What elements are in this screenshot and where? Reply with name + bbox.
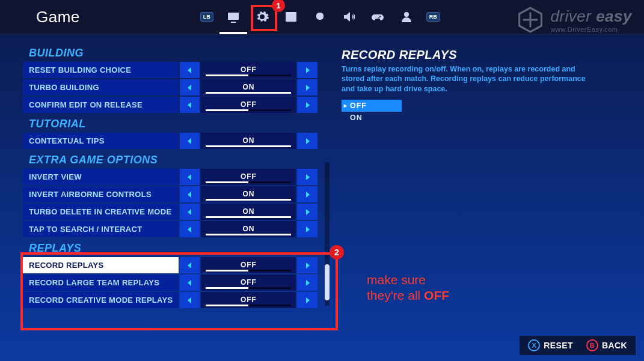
detail-options: OFFON <box>342 100 402 124</box>
setting-row[interactable]: RECORD CREATIVE MODE REPLAYSOFF <box>23 292 317 308</box>
settings-list: BUILDINGRESET BUILDING CHOICEOFFTURBO BU… <box>23 42 317 361</box>
detail-panel: RECORD REPLAYS Turns replay recording on… <box>317 42 644 361</box>
b-button-icon: B <box>586 339 598 351</box>
arrow-left-button[interactable] <box>180 257 200 273</box>
tab-icons: LB RB <box>200 8 440 26</box>
svg-marker-15 <box>188 209 191 215</box>
arrow-left-button[interactable] <box>180 186 200 202</box>
arrow-left-button[interactable] <box>180 79 200 96</box>
arrow-right-button[interactable] <box>297 186 317 202</box>
arrow-right-button[interactable] <box>297 204 317 220</box>
arrow-right-button[interactable] <box>297 169 317 185</box>
back-button[interactable]: B BACK <box>586 339 627 351</box>
detail-title: RECORD REPLAYS <box>342 48 626 62</box>
setting-value: ON <box>201 186 296 202</box>
setting-row[interactable]: CONTEXTUAL TIPSON <box>23 133 317 149</box>
arrow-right-button[interactable] <box>297 257 317 273</box>
setting-value: OFF <box>201 292 296 308</box>
setting-row[interactable]: INVERT VIEWOFF <box>23 169 317 185</box>
setting-value: OFF <box>201 62 296 78</box>
arrow-left-button[interactable] <box>180 133 200 149</box>
arrow-right-button[interactable] <box>297 275 317 291</box>
rb-bumper: RB <box>426 12 440 22</box>
brand-watermark: driver easy www.DriverEasy.com <box>517 6 632 34</box>
setting-row[interactable]: TURBO DELETE IN CREATIVE MODEON <box>23 204 317 220</box>
setting-label: CONFIRM EDIT ON RELEASE <box>23 97 179 113</box>
svg-marker-4 <box>306 67 310 73</box>
setting-label: TURBO DELETE IN CREATIVE MODE <box>23 204 179 220</box>
svg-marker-16 <box>306 209 310 215</box>
svg-marker-3 <box>188 67 191 73</box>
svg-marker-14 <box>306 192 310 198</box>
footer-prompts: X RESET B BACK <box>520 336 636 355</box>
arrow-left-button[interactable] <box>180 97 200 113</box>
svg-marker-7 <box>188 102 191 108</box>
setting-value: OFF <box>201 257 296 273</box>
arrow-left-button[interactable] <box>180 169 200 185</box>
svg-marker-8 <box>306 102 310 108</box>
svg-marker-17 <box>188 226 191 232</box>
section-header: EXTRA GAME OPTIONS <box>29 154 317 166</box>
svg-marker-23 <box>188 297 191 303</box>
setting-row[interactable]: TAP TO SEARCH / INTERACTON <box>23 221 317 237</box>
section-header: TUTORIAL <box>29 118 317 130</box>
svg-marker-5 <box>188 85 191 91</box>
svg-marker-22 <box>306 280 310 286</box>
setting-value: ON <box>201 133 296 149</box>
tab-account-icon[interactable] <box>397 8 416 26</box>
svg-marker-6 <box>306 85 310 91</box>
setting-row[interactable]: CONFIRM EDIT ON RELEASEOFF <box>23 97 317 113</box>
tab-gamewrench-icon[interactable] <box>311 8 329 26</box>
reset-button[interactable]: X RESET <box>528 339 573 351</box>
setting-row[interactable]: TURBO BUILDINGON <box>23 79 317 96</box>
brand-url: www.DriverEasy.com <box>550 26 632 33</box>
page-title: Game <box>36 8 80 26</box>
detail-description: Turns replay recording on/off. When on, … <box>342 64 594 94</box>
svg-marker-21 <box>188 280 191 286</box>
svg-marker-12 <box>306 174 310 180</box>
section-header: REPLAYS <box>29 242 317 255</box>
setting-row[interactable]: RECORD LARGE TEAM REPLAYSOFF <box>23 275 317 291</box>
setting-value: ON <box>201 221 296 237</box>
setting-label: TURBO BUILDING <box>23 79 179 96</box>
annotation-hint: make sure they're all OFF <box>367 272 449 304</box>
tab-controller-icon[interactable] <box>369 8 387 26</box>
svg-marker-18 <box>306 226 310 232</box>
setting-label: RECORD CREATIVE MODE REPLAYS <box>23 292 179 308</box>
setting-label: RECORD REPLAYS <box>23 257 179 273</box>
svg-marker-20 <box>306 262 310 268</box>
setting-label: TAP TO SEARCH / INTERACT <box>23 221 179 237</box>
arrow-left-button[interactable] <box>180 221 200 237</box>
tab-audio-icon[interactable] <box>340 8 358 26</box>
svg-marker-19 <box>188 262 191 268</box>
setting-row[interactable]: RECORD REPLAYSOFF <box>23 257 317 273</box>
arrow-right-button[interactable] <box>297 221 317 237</box>
tab-video-icon[interactable] <box>224 8 242 26</box>
setting-label: RECORD LARGE TEAM REPLAYS <box>23 275 179 291</box>
arrow-right-button[interactable] <box>297 62 317 78</box>
setting-value: OFF <box>201 169 296 185</box>
arrow-right-button[interactable] <box>297 292 317 308</box>
arrow-left-button[interactable] <box>180 275 200 291</box>
arrow-left-button[interactable] <box>180 292 200 308</box>
arrow-right-button[interactable] <box>297 97 317 113</box>
arrow-left-button[interactable] <box>180 204 200 220</box>
setting-label: CONTEXTUAL TIPS <box>23 133 179 149</box>
detail-option[interactable]: ON <box>342 112 402 124</box>
setting-value: ON <box>201 79 296 96</box>
brand-name: driver easy <box>550 7 632 26</box>
section-header: BUILDING <box>29 47 317 59</box>
setting-value: OFF <box>201 97 296 113</box>
setting-label: INVERT VIEW <box>23 169 179 185</box>
arrow-left-button[interactable] <box>180 62 200 78</box>
setting-row[interactable]: INVERT AIRBORNE CONTROLSON <box>23 186 317 202</box>
reset-label: RESET <box>544 341 573 350</box>
setting-value: ON <box>201 204 296 220</box>
setting-row[interactable]: RESET BUILDING CHOICEOFF <box>23 62 317 78</box>
detail-option[interactable]: OFF <box>342 100 402 112</box>
arrow-right-button[interactable] <box>297 133 317 149</box>
setting-label: INVERT AIRBORNE CONTROLS <box>23 186 179 202</box>
arrow-right-button[interactable] <box>297 79 317 96</box>
lb-bumper: LB <box>200 12 213 22</box>
tab-window-icon[interactable] <box>282 8 300 26</box>
